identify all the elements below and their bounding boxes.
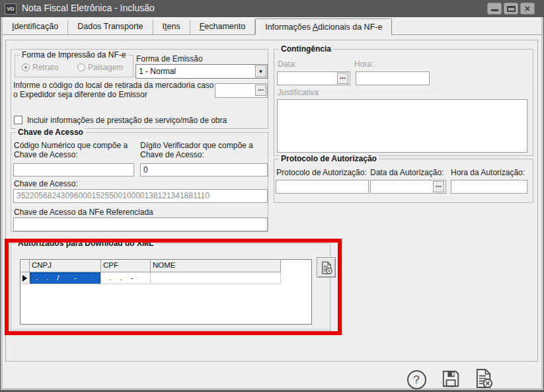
contingencia-hora-field[interactable] <box>356 71 430 85</box>
digito-verificador-field[interactable]: 0 <box>140 163 268 176</box>
cancel-button[interactable] <box>472 367 494 389</box>
chave-referenciada-label: Chave de Acesso da NFe Referenciada <box>14 208 153 217</box>
app-icon: VD <box>5 3 17 15</box>
radio-retrato-label: Retrato <box>32 63 58 72</box>
justificativa-textarea[interactable] <box>277 99 527 153</box>
retirada-ellipsis-button[interactable]: ... <box>255 85 266 96</box>
save-button[interactable] <box>440 368 462 390</box>
emissao-label: Forma de Emissão <box>136 54 203 63</box>
minimize-button[interactable] <box>487 3 502 15</box>
tab-strip: Identificação Dados Transporte Itens Fec… <box>3 19 541 35</box>
window-title: Nota Fiscal Eletrônica - Inclusão <box>22 3 155 13</box>
print-form-group-title: Forma de Impressão da NF-e <box>20 50 128 59</box>
annotation-highlight-box <box>5 239 342 335</box>
cancel-document-icon <box>473 368 494 389</box>
chevron-down-icon[interactable]: ▼ <box>255 65 266 77</box>
chave-acesso-field[interactable]: 3522056824309600015255001000013812134188… <box>13 189 268 203</box>
tab-fechamento[interactable]: Fechamento <box>190 20 256 34</box>
radio-retrato-dot <box>24 66 27 69</box>
chave-acesso-label: Chave de Acesso: <box>14 179 78 188</box>
contingencia-hora-label: Hora: <box>354 59 373 69</box>
tab-identificacao[interactable]: Identificação <box>3 20 68 34</box>
emissao-combobox[interactable]: 1 - Normal ▼ <box>136 64 268 79</box>
radio-paisagem[interactable] <box>77 63 85 71</box>
retirada-label-line2: o Expedidor seja diferente do Emissor <box>13 90 147 99</box>
save-icon <box>441 369 461 389</box>
minimize-icon <box>491 9 498 11</box>
digito-verificador-label-line1: Dígito Verificador que compõe a <box>140 141 253 150</box>
help-button[interactable]: ? <box>405 368 428 391</box>
chave-acesso-group-title: Chave de Acesso <box>16 128 85 137</box>
justificativa-label: Justificativa <box>278 88 319 97</box>
tab-itens[interactable]: Itens <box>153 20 190 34</box>
protocolo-field[interactable] <box>276 180 369 194</box>
app-window: VD Nota Fiscal Eletrônica - Inclusão × I… <box>0 0 544 392</box>
tab-dados-transporte[interactable]: Dados Transporte <box>68 20 153 34</box>
digito-verificador-label-line2: Chave de Acesso: <box>140 150 204 159</box>
data-autorizacao-ellipsis-button[interactable]: ... <box>433 181 444 192</box>
protocolo-label: Protocolo de Autorização: <box>276 168 367 177</box>
contingencia-data-label: Data: <box>278 59 297 69</box>
servico-checkbox[interactable] <box>14 116 22 124</box>
hora-autorizacao-field[interactable] <box>451 180 527 194</box>
protocolo-group-title: Protocolo de Autorização <box>279 154 379 163</box>
contingencia-data-ellipsis-button[interactable]: ... <box>337 73 348 84</box>
help-icon: ? <box>407 370 426 389</box>
title-bar[interactable]: VD Nota Fiscal Eletrônica - Inclusão × <box>0 0 544 17</box>
data-autorizacao-label: Data da Autorização: <box>370 168 444 177</box>
emissao-value: 1 - Normal <box>139 67 176 76</box>
codigo-numerico-label-line2: Chave de Acesso: <box>14 150 78 159</box>
chave-referenciada-field[interactable] <box>13 217 268 231</box>
contingencia-group-title: Contingência <box>279 44 333 54</box>
retirada-label-line1: Informe o código do local de retirada da… <box>13 81 214 90</box>
servico-checkbox-label: Incluir informações de prestação de serv… <box>27 116 227 125</box>
maximize-button[interactable] <box>504 3 518 15</box>
maximize-icon <box>507 6 516 12</box>
close-icon: × <box>521 3 534 14</box>
codigo-numerico-label-line1: Código Numérico que compõe a <box>14 141 128 150</box>
radio-paisagem-label: Paisagem <box>88 63 123 72</box>
radio-retrato[interactable] <box>22 63 30 71</box>
codigo-numerico-field[interactable] <box>13 163 134 176</box>
hora-autorizacao-label: Hora da Autorização: <box>451 168 525 177</box>
close-button[interactable]: × <box>520 3 535 15</box>
tab-informacoes-adicionais[interactable]: Informações Adicionais da NF-e <box>255 19 392 35</box>
